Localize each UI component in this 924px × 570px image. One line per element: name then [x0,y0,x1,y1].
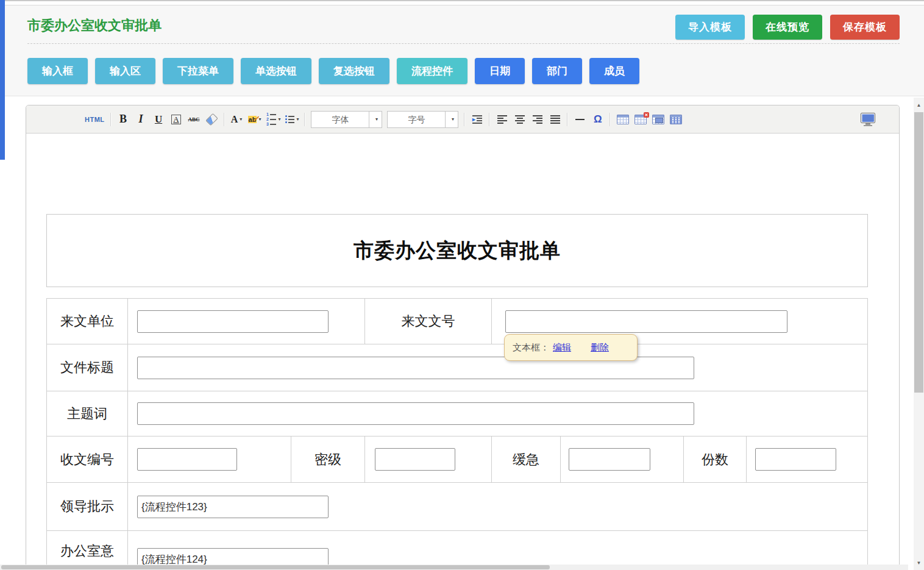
font-size-select[interactable]: 字号 ▾ [387,111,458,128]
delete-link[interactable]: 删除 [591,342,609,354]
table-row: 办公室意 [47,531,867,569]
highlight-button[interactable]: ab▾ [246,111,263,128]
delete-table-button[interactable] [632,111,649,128]
form-title-box: 市委办公室收文审批单 [46,214,868,287]
table-cell [128,344,867,391]
field-label-copies: 份数 [684,436,747,482]
table-cell [561,436,684,482]
eraser-icon [205,113,218,126]
italic-button[interactable]: I [133,111,149,128]
insert-department-button[interactable]: 部门 [532,58,582,84]
control-tooltip: 文本框： 编辑 删除 [504,334,638,361]
toolbar-separator [110,113,112,126]
receipt-number-input[interactable] [137,448,237,471]
chevron-down-icon: ▾ [278,116,280,122]
save-template-button[interactable]: 保存模板 [830,15,900,40]
urgency-input[interactable] [569,448,650,471]
insert-date-button[interactable]: 日期 [475,58,525,84]
toolbar-separator [609,113,611,126]
toolbar-separator [464,113,465,126]
leader-remarks-input[interactable] [137,496,329,518]
secrecy-level-input[interactable] [375,448,455,471]
editor-content-area[interactable]: 市委办公室收文审批单 来文单位 来文文号 文件标题 [26,134,899,569]
font-color-button[interactable]: A▾ [229,111,245,128]
cell-properties-button[interactable] [650,111,666,128]
toolbar-separator [489,113,490,126]
insert-member-button[interactable]: 成员 [589,58,639,84]
horizontal-scrollbar[interactable] [0,565,908,570]
scroll-down-arrow[interactable]: ▼ [914,557,924,569]
table-cell-icon [652,115,664,124]
field-label-leader-remarks: 领导批示 [47,483,128,530]
underline-button[interactable]: U [151,111,167,128]
incoming-unit-input[interactable] [137,310,329,333]
insert-inputbox-button[interactable]: 输入框 [27,58,88,84]
horizontal-scrollbar-thumb[interactable] [1,565,550,569]
table-cell [128,299,365,344]
justify-button[interactable] [547,111,563,128]
field-label-document-title: 文件标题 [47,344,128,391]
align-left-button[interactable] [494,111,510,128]
chevron-down-icon: ▾ [296,116,299,122]
chevron-down-icon: ▾ [240,116,242,122]
font-family-select[interactable]: 字体 ▾ [311,111,382,128]
indent-button[interactable]: ► [469,111,485,128]
table-row: 来文单位 来文文号 [47,299,867,344]
strikethrough-button[interactable]: ABC [186,111,202,128]
toolbar-separator [567,113,568,126]
scrollbar-thumb[interactable] [914,112,923,393]
online-preview-button[interactable]: 在线预览 [753,15,822,40]
insert-flowcontrol-button[interactable]: 流程控件 [397,58,467,84]
align-right-button[interactable] [529,111,546,128]
ordered-list-button[interactable]: 1 2 3 ▾ [264,111,282,128]
insert-checkbox-button[interactable]: 复选按钮 [319,58,389,84]
document-number-input[interactable] [505,310,787,333]
unordered-list-button[interactable]: ▾ [283,111,300,128]
table-row: 领导批示 [47,483,867,531]
copies-input[interactable] [755,448,836,471]
insert-radio-button[interactable]: 单选按钮 [241,58,311,84]
special-character-button[interactable]: Ω [589,111,606,128]
scroll-up-arrow[interactable]: ▲ [914,99,924,111]
table-row: 主题词 [47,391,867,436]
field-label-secrecy-level: 密级 [291,436,365,482]
field-label-incoming-unit: 来文单位 [47,299,128,344]
edit-link[interactable]: 编辑 [553,342,571,354]
ordered-list-icon: 1 2 3 [266,113,276,126]
horizontal-rule-icon [575,119,585,120]
import-template-button[interactable]: 导入模板 [675,15,745,40]
component-buttons: 输入框输入区下拉菜单单选按钮复选按钮流程控件日期部门成员 [27,58,639,84]
html-source-button[interactable]: HTML [83,111,107,128]
remove-format-button[interactable] [204,111,220,128]
keywords-input[interactable] [137,402,694,425]
form-title: 市委办公室收文审批单 [354,237,561,265]
vertical-scrollbar[interactable]: ▲ ▼ [914,98,924,570]
table-properties-button[interactable] [667,111,684,128]
tooltip-label: 文本框： [513,342,549,354]
align-right-icon [533,115,542,124]
table-delete-icon [634,115,647,124]
action-buttons: 导入模板在线预览保存模板 [675,15,900,40]
table-cell [128,531,867,569]
unordered-list-icon [285,115,294,123]
page: 市委办公室收文审批单 导入模板在线预览保存模板 输入框输入区下拉菜单单选按钮复选… [0,0,924,570]
page-title: 市委办公室收文审批单 [27,16,162,35]
insert-dropdown-button[interactable]: 下拉菜单 [163,58,233,84]
header-divider [27,43,900,44]
bold-button[interactable]: B [115,111,132,128]
fullscreen-button[interactable] [859,111,877,128]
char-border-button[interactable]: A [168,111,185,128]
rich-text-editor: HTML B I U A ABC A▾ ab▾ 1 2 3 ▾ [26,105,900,570]
insert-table-button[interactable] [614,111,631,128]
field-label-receipt-number: 收文编号 [47,436,128,482]
table-row: 文件标题 [47,344,867,391]
boxed-a-icon: A [171,115,180,124]
table-row: 收文编号 密级 缓急 份数 [47,436,867,483]
window-top-edge [0,0,924,1]
left-edge-strip [0,0,5,160]
horizontal-rule-button[interactable] [572,111,588,128]
highlight-icon: ab [248,116,257,123]
insert-textarea-button[interactable]: 输入区 [95,58,155,84]
align-center-button[interactable] [511,111,528,128]
font-color-icon: A [231,114,238,125]
